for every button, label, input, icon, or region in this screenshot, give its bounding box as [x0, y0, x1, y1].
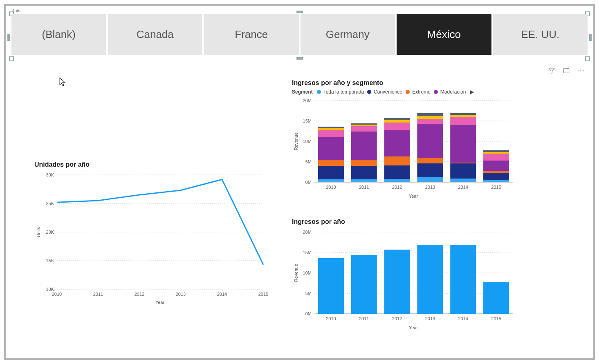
slicer-item-label: México: [427, 28, 461, 41]
bar-segment: [384, 179, 410, 182]
legend-item[interactable]: Convenience: [367, 89, 402, 95]
x-tick: 2014: [458, 185, 468, 190]
slicer-item-france[interactable]: France: [204, 14, 299, 55]
x-tick: 2011: [93, 292, 103, 297]
x-tick: 2010: [326, 316, 336, 321]
x-tick: 2010: [52, 292, 62, 297]
bar-segment: [318, 137, 344, 160]
legend-swatch-icon: [406, 90, 410, 94]
bar: [384, 250, 410, 314]
bar: [318, 258, 344, 314]
chart-title: Ingresos por año: [292, 218, 554, 226]
bar-segment: [450, 115, 476, 117]
bar-segment: [384, 120, 410, 123]
line-series: [57, 179, 263, 265]
x-tick: 2013: [425, 185, 435, 190]
bar-segment: [417, 177, 443, 182]
bar-segment: [318, 128, 344, 130]
legend-item[interactable]: Toda la temporada: [317, 89, 364, 95]
y-tick: 10M: [303, 270, 312, 275]
bar-segment: [318, 179, 344, 182]
bar-segment: [318, 160, 344, 166]
legend-swatch-icon: [367, 90, 371, 94]
bar-segment: [450, 179, 476, 182]
stacked-bar-svg: 20M 15M 10M 5M 0M 2010201120122013201420…: [292, 96, 521, 203]
bar: [417, 245, 443, 314]
slicer-item-usa[interactable]: EE. UU.: [493, 14, 588, 55]
cursor-icon: [59, 77, 66, 87]
y-tick: 15M: [303, 118, 312, 123]
legend-label: Convenience: [374, 89, 402, 95]
legend-label: Toda la temporada: [323, 89, 364, 95]
x-tick: 2010: [326, 185, 336, 190]
x-tick: 2012: [392, 185, 402, 190]
bar-segment: [351, 179, 377, 182]
bar-segment: [318, 130, 344, 137]
bar-segment: [384, 165, 410, 179]
y-tick: 10K: [46, 287, 54, 292]
slicer-item-label: EE. UU.: [521, 28, 559, 41]
bar-segment: [417, 158, 443, 163]
y-tick: 15K: [46, 258, 54, 263]
bar-segment: [417, 124, 443, 158]
legend-label: Extreme: [412, 89, 431, 95]
bar-segment: [483, 154, 509, 161]
legend-item[interactable]: Moderación: [434, 89, 466, 95]
chart-legend: Segment Toda la temporada Convenience Ex…: [292, 89, 554, 95]
filter-icon[interactable]: [548, 67, 555, 76]
chart-title: Unidades por año: [34, 161, 271, 168]
y-axis-label: Revenue: [294, 264, 298, 282]
legend-swatch-icon: [434, 90, 438, 94]
legend-overflow-icon[interactable]: ▶: [470, 89, 474, 95]
chart-revenue-by-year-segment[interactable]: Ingresos por año y segmento Segment Toda…: [292, 79, 554, 214]
x-tick: 2015: [491, 316, 501, 321]
bar: [483, 282, 509, 314]
y-tick: 20K: [46, 230, 54, 234]
bar-segment: [450, 113, 476, 115]
x-axis-label: Year: [155, 300, 165, 305]
line-chart-svg: 30K 25K 20K 15K 10K 2010 2011 2012 2013 …: [34, 171, 271, 310]
bar-segment: [483, 180, 509, 182]
more-options-icon[interactable]: ···: [577, 67, 585, 76]
y-tick: 20M: [303, 98, 312, 103]
selection-handle[interactable]: [296, 57, 303, 60]
legend-item[interactable]: Extreme: [406, 89, 431, 95]
x-tick: 2015: [491, 185, 501, 190]
focus-mode-icon[interactable]: [563, 67, 570, 76]
slicer-field-label: País: [11, 8, 20, 13]
bar-segment: [351, 123, 377, 125]
chart-revenue-by-year[interactable]: Ingresos por año 20M 15M 10M 5M 0M 20102…: [292, 218, 554, 345]
selection-handle[interactable]: [589, 34, 592, 41]
x-tick: 2012: [135, 292, 144, 297]
bar-segment: [483, 171, 509, 173]
y-tick: 15M: [303, 250, 312, 255]
x-tick: 2013: [176, 292, 186, 297]
y-tick: 5M: [305, 291, 312, 296]
selection-handle[interactable]: [7, 34, 10, 41]
bar: [351, 255, 377, 314]
bar-segment: [351, 160, 377, 166]
bar-segment: [384, 118, 410, 120]
slicer-item-germany[interactable]: Germany: [301, 14, 395, 55]
y-tick: 10M: [303, 139, 312, 144]
slicer-item-mexico[interactable]: México: [397, 14, 491, 55]
selection-handle[interactable]: [9, 56, 14, 61]
legend-title: Segment: [292, 89, 313, 95]
x-tick: 2013: [425, 316, 435, 321]
x-tick: 2011: [359, 185, 369, 190]
bar-segment: [384, 123, 410, 130]
chart-units-per-year[interactable]: Unidades por año 30K 25K 20K 15K 10K 201…: [34, 161, 271, 316]
slicer-item-canada[interactable]: Canada: [108, 14, 203, 55]
slicer-item-blank[interactable]: (Blank): [11, 14, 106, 55]
legend-label: Moderación: [440, 89, 466, 95]
x-tick: 2014: [458, 316, 468, 321]
slicer-item-label: Canada: [137, 28, 174, 41]
bar-segment: [450, 125, 476, 163]
slicer-item-label: France: [235, 28, 268, 41]
y-tick: 30K: [46, 172, 54, 177]
selection-handle[interactable]: [585, 56, 590, 61]
bar-segment: [351, 126, 377, 132]
x-tick: 2011: [359, 316, 369, 321]
y-axis-label: Revenue: [294, 132, 298, 150]
selection-handle[interactable]: [296, 11, 303, 13]
